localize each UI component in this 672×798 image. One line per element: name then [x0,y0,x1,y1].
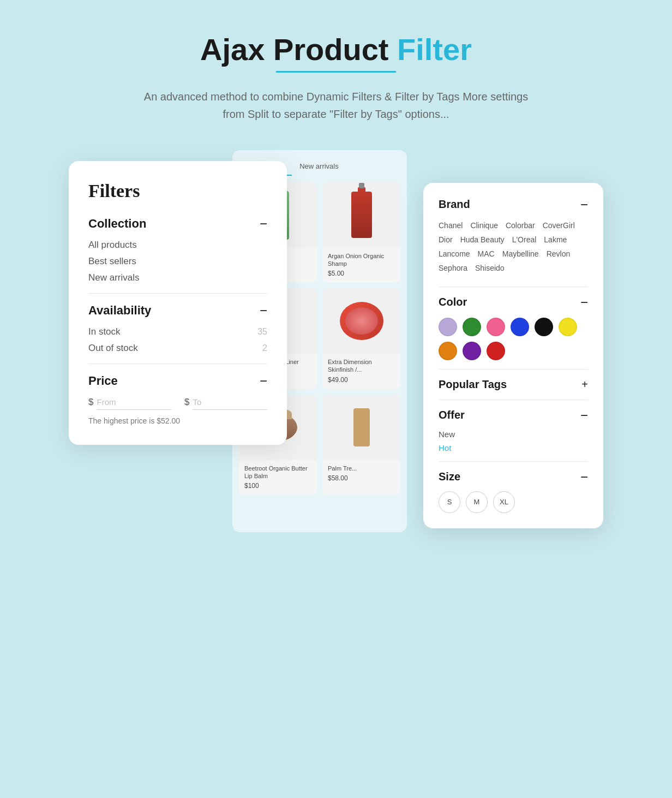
price-from-input[interactable]: From [97,397,171,410]
size-btn-m[interactable]: M [466,491,488,513]
price-to-placeholder: To [193,397,201,407]
product-image [322,395,400,460]
popular-tags-label: Popular Tags [439,378,507,391]
availability-items: In stock 35 Out of stock 2 [88,326,267,354]
price-to-input[interactable]: To [193,397,267,410]
brand-header: Brand − [439,198,588,211]
brand-tag-colorbar[interactable]: Colorbar [506,221,535,230]
product-name: Palm Tre... [328,464,395,472]
size-label: Size [439,471,460,483]
collection-item-best[interactable]: Best sellers [88,256,267,267]
swatch-orange[interactable] [439,342,457,360]
product-price: $5.00 [328,270,395,277]
color-section: Color − [439,296,588,360]
collection-item-all[interactable]: All products [88,240,267,251]
color-label: Color [439,296,467,308]
page-title: Ajax Product Filter [134,33,538,67]
product-price: $100 [244,482,311,490]
filter-title: Filters [88,181,267,201]
color-swatches [439,318,588,360]
brand-tags: Chanel Clinique Colorbar CoverGirl Dior … [439,221,588,278]
offer-section: Offer − New Hot [439,409,588,452]
price-toggle-icon[interactable]: − [260,374,267,388]
brand-tag-lakme[interactable]: Lakme [544,235,567,244]
brand-tag-mac[interactable]: MAC [478,249,495,258]
brand-toggle-icon[interactable]: − [580,198,588,211]
offer-header: Offer − [439,409,588,422]
offer-item-hot[interactable]: Hot [439,443,588,452]
brand-tag-maybelline[interactable]: Maybelline [502,249,539,258]
product-item[interactable]: Palm Tre... $58.00 [322,395,400,496]
product-price: $49.00 [328,376,395,384]
color-header: Color − [439,296,588,309]
brand-tag-dior[interactable]: Dior [439,235,453,244]
availability-item-instock[interactable]: In stock 35 [88,326,267,337]
brand-tag-shiseido[interactable]: Shiseido [475,264,505,272]
size-header: Size − [439,471,588,484]
divider-2 [88,364,267,364]
availability-section-header: Availability − [88,303,267,318]
price-section-header: Price − [88,374,267,388]
size-btn-s[interactable]: S [439,491,460,513]
brand-tag-chanel[interactable]: Chanel [439,221,463,230]
color-divider [439,369,588,370]
title-accent: Filter [397,32,472,67]
swatch-pink[interactable] [487,318,505,336]
product-item[interactable]: Argan Onion Organic Shamp $5.00 [322,182,400,283]
size-buttons: S M XL [439,491,588,513]
swatch-blue[interactable] [511,318,529,336]
offer-divider [439,461,588,462]
collection-item-new[interactable]: New arrivals [88,272,267,283]
availability-item-outofstock[interactable]: Out of stock 2 [88,343,267,354]
availability-toggle-icon[interactable]: − [260,304,267,317]
swatch-green[interactable] [463,318,481,336]
collection-items: All products Best sellers New arrivals [88,240,267,283]
product-compact [340,302,383,340]
product-image [322,182,400,248]
swatch-red[interactable] [487,342,505,360]
brand-tag-loreal[interactable]: L'Oreal [512,235,537,244]
price-to-group: $ To [184,397,267,410]
size-toggle-icon[interactable]: − [580,471,588,484]
product-info: Extra Dimension Skinfinish /... $49.00 [322,354,400,389]
title-plain: Ajax Product [200,32,397,67]
collection-toggle-icon[interactable]: − [260,217,267,230]
brand-tag-lancome[interactable]: Lancome [439,249,470,258]
filter-card: Filters Collection − All products Best s… [69,161,287,445]
brand-tag-huda[interactable]: Huda Beauty [460,235,505,244]
brand-tag-clinique[interactable]: Clinique [470,221,498,230]
brand-tag-covergirl[interactable]: CoverGirl [543,221,575,230]
brand-tag-revlon[interactable]: Revlon [547,249,571,258]
swatch-black[interactable] [535,318,553,336]
price-from-group: $ From [88,397,171,410]
product-image [322,288,400,354]
price-from-currency: $ [88,397,93,408]
brand-divider [439,287,588,287]
offer-item-new[interactable]: New [439,430,588,439]
product-name: Beetroot Organic Butter Lip Balm [244,464,311,480]
popular-tags-header: Popular Tags + [439,378,588,391]
right-filter-card: Brand − Chanel Clinique Colorbar CoverGi… [423,183,603,528]
popular-tags-toggle-icon[interactable]: + [581,378,588,391]
product-name: Extra Dimension Skinfinish /... [328,358,395,374]
color-toggle-icon[interactable]: − [580,296,588,309]
tags-divider [439,400,588,400]
swatch-lavender[interactable] [439,318,457,336]
product-bottle-red [351,192,372,238]
swatch-purple[interactable] [463,342,481,360]
brand-section: Brand − Chanel Clinique Colorbar CoverGi… [439,198,588,278]
size-section: Size − S M XL [439,471,588,513]
brand-label: Brand [439,198,470,211]
product-price: $58.00 [328,474,395,482]
product-info: Argan Onion Organic Shamp $5.00 [322,248,400,283]
product-info: Palm Tre... $58.00 [322,460,400,487]
tab-new-arrivals[interactable]: New arrivals [292,158,346,176]
price-inputs: $ From $ To [88,397,267,410]
offer-toggle-icon[interactable]: − [580,409,588,422]
brand-tag-sephora[interactable]: Sephora [439,264,467,272]
page-subtitle: An advanced method to combine Dynamic Fi… [134,88,538,123]
price-note: The highest price is $52.00 [88,416,267,425]
swatch-yellow[interactable] [559,318,577,336]
size-btn-xl[interactable]: XL [493,491,515,513]
product-item[interactable]: Extra Dimension Skinfinish /... $49.00 [322,288,400,389]
